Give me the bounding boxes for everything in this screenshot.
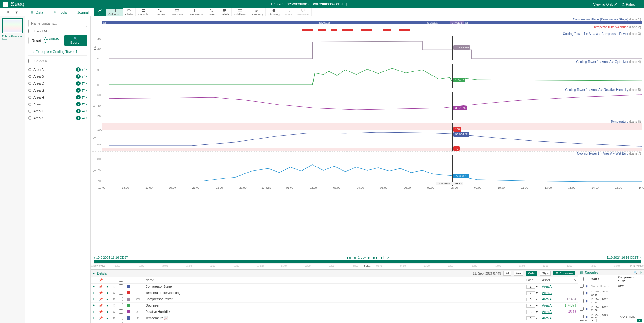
capsules-settings-icon[interactable]: ⚙	[639, 271, 642, 274]
page-input[interactable]	[589, 319, 597, 322]
chevron-right-icon[interactable]: ›	[86, 67, 87, 72]
asset-item[interactable]: Area Ki⇄›	[28, 115, 87, 122]
chevron-right-icon[interactable]: ›	[86, 109, 87, 113]
asset-item[interactable]: Area Ii⇄›	[28, 101, 87, 108]
details-row[interactable]: +📌●✕kWCompressor Power ▾Area A17.434	[91, 296, 578, 303]
worksheet-thumbnail[interactable]	[2, 18, 23, 33]
wetbulb-lane[interactable]: °F 80 75 70 72.353 °F 11.9.2024 07:49:22	[92, 155, 642, 186]
details-tab-all[interactable]: All	[503, 271, 511, 276]
details-selectall-checkbox[interactable]	[119, 278, 123, 282]
details-row[interactable]: +📌●✕Compressor Stage ▾Area A	[91, 284, 578, 290]
details-row[interactable]: +📌●✕°FWet Bulb ▾Area A72.353	[91, 321, 578, 323]
asset-item[interactable]: Area Hi⇄›	[28, 94, 87, 101]
stage-segment[interactable]: STAGE 1	[450, 21, 464, 24]
col-lane[interactable]: Lane	[525, 277, 540, 284]
swap-icon[interactable]: ⇄	[82, 67, 85, 72]
swap-icon[interactable]: ⇄	[82, 116, 85, 120]
asset-item[interactable]: Area Ji⇄›	[28, 108, 87, 115]
dimming-button[interactable]: Dimming	[266, 8, 282, 16]
viewing-mode-badge[interactable]: Viewing Only	[593, 2, 618, 6]
chevron-right-icon[interactable]: ›	[86, 81, 87, 86]
power-lane[interactable]: kW 40 20 0 17.434 kW	[92, 36, 642, 60]
exact-match-checkbox[interactable]: Exact Match	[28, 29, 87, 33]
capsule-row[interactable]: ▮11. Sep, 2024 01:18	[578, 297, 644, 305]
swap-icon[interactable]: ⇄	[82, 88, 85, 93]
customize-button[interactable]: ⚙ Customize	[553, 271, 575, 275]
stage-segment[interactable]: STAGE 1	[426, 21, 450, 24]
chain-button[interactable]: Chain	[123, 8, 136, 16]
calendar-button[interactable]: Calendar	[106, 8, 123, 16]
asset-item[interactable]: Area Ci⇄›	[28, 80, 87, 87]
step-back-fast-button[interactable]: ◀◀	[346, 256, 351, 259]
swap-icon[interactable]: ⇄	[82, 102, 85, 106]
labels-button[interactable]: Labels	[218, 8, 232, 16]
chevron-right-icon[interactable]: ›	[86, 74, 87, 79]
step-now-button[interactable]: ▶|	[381, 256, 384, 259]
optimizer-lane[interactable]: 5 0 1.7437	[92, 64, 642, 88]
refresh-button[interactable]: ⟳	[387, 256, 389, 259]
hamburger-icon[interactable]: ≡	[639, 1, 641, 7]
info-icon[interactable]: i	[76, 116, 80, 120]
info-icon[interactable]: i	[76, 109, 80, 113]
search-input[interactable]	[28, 20, 87, 27]
stage-lane[interactable]: OFFSTAGE 2STAGE 1STAGE 1OFF	[102, 21, 642, 26]
details-row[interactable]: +📌●✕Optimizer ▾Area A1.74378	[91, 303, 578, 309]
chevron-right-icon[interactable]: ›	[86, 102, 87, 106]
chart-mode-button[interactable]: ▾	[94, 8, 106, 16]
step-fwd-fast-button[interactable]: ▶▶	[373, 256, 378, 259]
capsule-button[interactable]: Capsule	[136, 8, 151, 16]
apps-menu-icon[interactable]	[3, 2, 8, 7]
tempmon-lane[interactable]	[102, 29, 642, 32]
capsules-selectall[interactable]	[580, 277, 584, 281]
user-menu[interactable]: Patric	[621, 2, 635, 6]
details-row[interactable]: +📌●✕°FTemperature 📈 ▾Area A	[91, 315, 578, 321]
step-back-button[interactable]: ◀	[353, 256, 356, 259]
stage-segment[interactable]: OFF	[102, 21, 318, 24]
collapse-icon[interactable]: ▾	[93, 272, 95, 275]
home-icon[interactable]: ⌂	[28, 50, 31, 54]
asset-item[interactable]: Area Ai⇄›	[28, 66, 87, 73]
sort-icon[interactable]: ⇵	[7, 10, 9, 14]
time-range[interactable]: 1 day	[358, 256, 366, 259]
reset-button[interactable]: Reset	[205, 8, 218, 16]
temperature-lane[interactable]: °F 100 80 100 93.654 °F 70	[92, 123, 642, 152]
capsules-collapse-icon[interactable]: ▤	[580, 271, 583, 274]
time-scrollbar[interactable]	[94, 260, 641, 263]
minimap[interactable]: 10.9.2024 1 day 11.9.2024 17:0018:0019:0…	[94, 263, 641, 269]
onelane-button[interactable]: One Lane	[168, 8, 186, 16]
select-all-checkbox[interactable]: Select All	[28, 58, 87, 64]
swap-icon[interactable]: ⇄	[82, 74, 85, 79]
details-row[interactable]: +📌●✕Temperaturüberwachung ▾Area A	[91, 290, 578, 296]
reset-search-button[interactable]: Reset	[28, 37, 44, 44]
step-fwd-button[interactable]: ▶	[368, 256, 371, 259]
capsules-col-start[interactable]: Start ↑	[589, 275, 617, 283]
info-icon[interactable]: i	[76, 88, 80, 93]
breadcrumb[interactable]: ⌂ » Example » Cooling Tower 1	[28, 48, 87, 56]
humidity-lane[interactable]: % 60 40 20 35.78 %	[92, 92, 642, 120]
details-tab-order[interactable]: Order	[526, 271, 537, 276]
time-end[interactable]: 11.9.2024 16:16 CEST ↑	[607, 256, 641, 259]
details-tab-style[interactable]: Style	[540, 271, 551, 276]
search-button[interactable]: 🔍 Search	[64, 35, 87, 46]
stage-segment[interactable]: OFF	[464, 21, 642, 24]
details-tab-axis[interactable]: Axis	[514, 271, 523, 276]
stage-segment[interactable]: STAGE 2	[318, 21, 426, 24]
filter-icon[interactable]: ▼	[15, 10, 19, 14]
swap-icon[interactable]: ⇄	[82, 95, 85, 99]
tab-data[interactable]: ▤Data	[25, 8, 48, 16]
tab-journal[interactable]: Journal	[72, 8, 94, 16]
asset-item[interactable]: Area Bi⇄›	[28, 73, 87, 80]
gridlines-button[interactable]: Gridlines	[232, 8, 248, 16]
info-icon[interactable]: i	[76, 95, 80, 99]
info-icon[interactable]: i	[76, 102, 80, 106]
capsule-row[interactable]: ▮11. Sep, 2024 00:56	[578, 289, 644, 297]
compare-button[interactable]: Compare	[151, 8, 168, 16]
capsule-row[interactable]: ▮11. Sep, 2024 02:00TRANSITION	[578, 313, 644, 318]
info-icon[interactable]: i	[76, 81, 80, 86]
capsule-row[interactable]: ▮Starts off-screenOFF	[578, 283, 644, 289]
chevron-right-icon[interactable]: ›	[86, 116, 87, 120]
time-start[interactable]: ↑ 10.9.2024 16:16 CEST	[94, 256, 128, 259]
chevron-right-icon[interactable]: ›	[86, 88, 87, 93]
info-icon[interactable]: i	[76, 67, 80, 72]
capsules-search-icon[interactable]: 🔍	[634, 271, 637, 274]
